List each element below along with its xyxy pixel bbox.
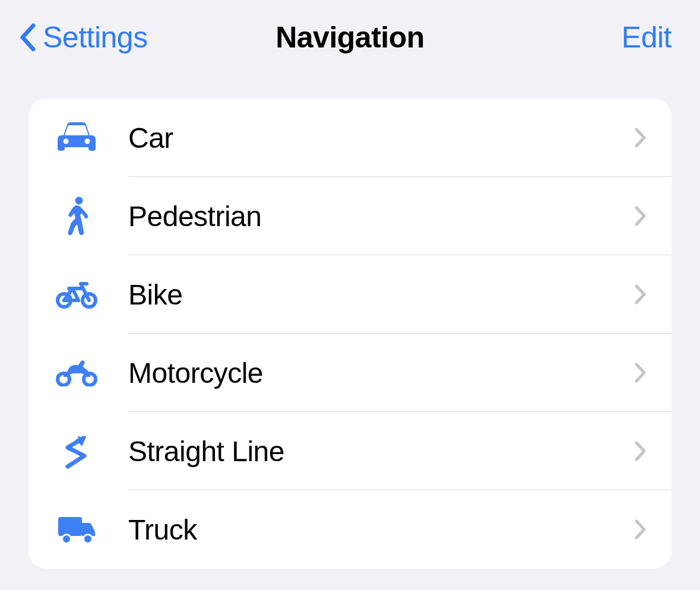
back-button[interactable]: Settings xyxy=(17,20,148,55)
svg-rect-8 xyxy=(58,517,82,536)
pedestrian-icon xyxy=(56,195,97,237)
svg-point-9 xyxy=(62,535,71,544)
chevron-right-icon xyxy=(632,439,649,463)
chevron-left-icon xyxy=(17,22,38,53)
list-item-label: Truck xyxy=(128,513,632,546)
car-icon xyxy=(56,117,97,158)
edit-button[interactable]: Edit xyxy=(622,20,672,55)
list-item-car[interactable]: Car xyxy=(28,99,672,177)
chevron-right-icon xyxy=(632,283,649,306)
truck-icon xyxy=(56,509,97,550)
chevron-right-icon xyxy=(632,126,649,150)
list-item-truck[interactable]: Truck xyxy=(28,490,672,569)
header-bar: Settings Navigation Edit xyxy=(0,0,700,75)
svg-point-10 xyxy=(84,535,93,544)
straight-line-icon xyxy=(56,430,97,472)
list-item-label: Car xyxy=(128,122,632,154)
list-item-pedestrian[interactable]: Pedestrian xyxy=(28,177,672,255)
chevron-right-icon xyxy=(632,361,649,385)
list-item-label: Straight Line xyxy=(128,435,632,468)
motorcycle-icon xyxy=(56,352,97,394)
list-item-straight-line[interactable]: Straight Line xyxy=(28,412,672,490)
list-item-label: Pedestrian xyxy=(128,200,632,233)
svg-point-1 xyxy=(85,139,90,144)
list-item-label: Bike xyxy=(128,278,632,311)
list-item-motorcycle[interactable]: Motorcycle xyxy=(28,334,672,412)
svg-point-2 xyxy=(75,197,83,205)
page-title: Navigation xyxy=(275,20,425,55)
chevron-right-icon xyxy=(632,204,649,228)
chevron-right-icon xyxy=(632,518,649,541)
list-item-label: Motorcycle xyxy=(128,357,632,389)
list-item-bike[interactable]: Bike xyxy=(28,255,672,334)
svg-point-0 xyxy=(64,139,69,144)
navigation-list: Car Pedestrian xyxy=(28,99,672,569)
back-label: Settings xyxy=(43,20,148,55)
bike-icon xyxy=(56,274,97,315)
